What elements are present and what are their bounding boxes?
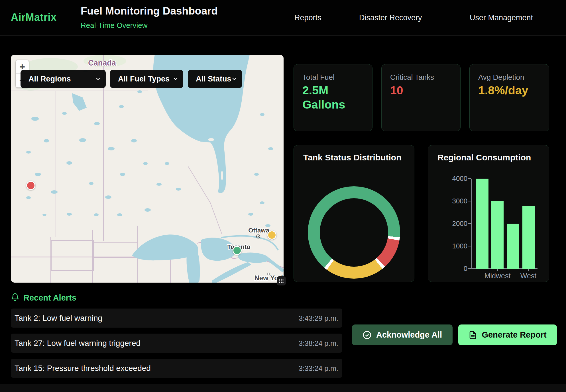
generate-report-label: Generate Report [482,330,546,340]
alert-message: Tank 2: Low fuel warning [15,314,102,323]
y-tick-mark [468,201,471,201]
x-tick-mark [528,269,529,271]
map-canvas[interactable]: Canada Ottawa Toronto New York + − All R… [11,55,284,283]
bar-region-1 [476,179,488,269]
stat-value: 1.8%/day [478,83,527,97]
bell-icon [11,293,19,301]
fuel-map[interactable]: Canada Ottawa Toronto New York + − All R… [11,55,284,283]
check-circle-icon [363,330,372,340]
chevron-down-icon [95,76,101,82]
nav-disaster-recovery[interactable]: Disaster Recovery [359,13,422,22]
y-tick-label: 4000 [428,175,467,183]
bar-Midwest [491,201,504,269]
tank-status-card: Tank Status Distribution [294,145,414,282]
alert-message: Tank 27: Low fuel warning triggered [15,339,141,348]
status-filter-select[interactable]: All Status [188,70,242,88]
stat-card-critical-tanks: Critical Tanks 10 [381,64,461,131]
y-tick-mark [468,246,471,246]
y-tick-mark [468,268,471,269]
stat-label: Total Fuel [302,73,335,82]
generate-report-button[interactable]: Generate Report [458,324,557,345]
stat-card-avg-depletion: Avg Depletion 1.8%/day [469,64,549,131]
tank-marker-critical[interactable] [26,181,35,190]
header: AirMatrix Fuel Monitoring Dashboard Real… [0,0,566,36]
region-filter-select[interactable]: All Regions [21,70,106,88]
stat-label: Critical Tanks [390,73,434,82]
x-tick-label: West [508,272,548,280]
map-label-canada: Canada [88,59,116,67]
chevron-down-icon [172,76,179,82]
y-axis-line [471,179,472,269]
alert-message: Tank 15: Pressure threshold exceeded [15,364,151,373]
acknowledge-all-label: Acknowledge All [376,330,442,340]
stat-label: Avg Depletion [478,73,524,82]
alert-row: Tank 27: Low fuel warning triggered 3:38… [11,334,342,353]
app-logo: AirMatrix [11,11,57,23]
donut-hole [320,198,388,267]
bar-chart: 01000200030004000MidwestWest [428,145,549,282]
chevron-down-icon [231,76,237,82]
page-subtitle: Real-Time Overview [81,21,148,30]
region-filter-value: All Regions [28,75,71,83]
bar-region-3 [507,224,519,269]
map-graphic: Canada Ottawa Toronto New York [11,55,284,283]
status-filter-value: All Status [196,75,231,83]
fuel-type-filter-select[interactable]: All Fuel Types [110,70,183,88]
tank-marker-normal[interactable] [233,246,242,255]
y-tick-label: 1000 [428,242,467,250]
x-tick-mark [497,269,498,271]
town-icon [267,273,269,275]
y-tick-label: 3000 [428,197,467,205]
chart-title: Tank Status Distribution [303,153,401,162]
tank-marker-warning[interactable] [267,230,276,240]
y-tick-label: 2000 [428,220,467,228]
alert-row: Tank 15: Pressure threshold exceeded 3:3… [11,359,342,378]
map-label-ottawa: Ottawa [248,227,269,234]
alerts-heading: Recent Alerts [23,293,76,303]
y-tick-mark [468,223,471,224]
resize-grip-icon[interactable] [277,276,286,285]
alert-row: Tank 2: Low fuel warning 3:43:29 p.m. [11,309,342,328]
nav-user-management[interactable]: User Management [470,13,533,22]
regional-consumption-card: Regional Consumption 01000200030004000Mi… [428,145,549,282]
alert-timestamp: 3:33:24 p.m. [299,364,338,373]
donut-chart [308,186,400,279]
y-tick-label: 0 [428,265,467,273]
alert-timestamp: 3:38:24 p.m. [299,339,338,348]
y-tick-mark [468,178,471,179]
nav-reports[interactable]: Reports [294,13,321,22]
page-title: Fuel Monitoring Dashboard [81,5,218,17]
acknowledge-all-button[interactable]: Acknowledge All [352,324,453,345]
stat-card-total-fuel: Total Fuel 2.5M Gallons [294,64,372,131]
bar-West [522,206,535,269]
stat-value: 10 [390,83,439,97]
fuel-type-filter-value: All Fuel Types [118,75,170,83]
bottom-strip [0,384,566,392]
alert-timestamp: 3:43:29 p.m. [299,314,338,322]
document-icon [469,331,477,339]
stat-value: 2.5M Gallons [302,83,351,112]
